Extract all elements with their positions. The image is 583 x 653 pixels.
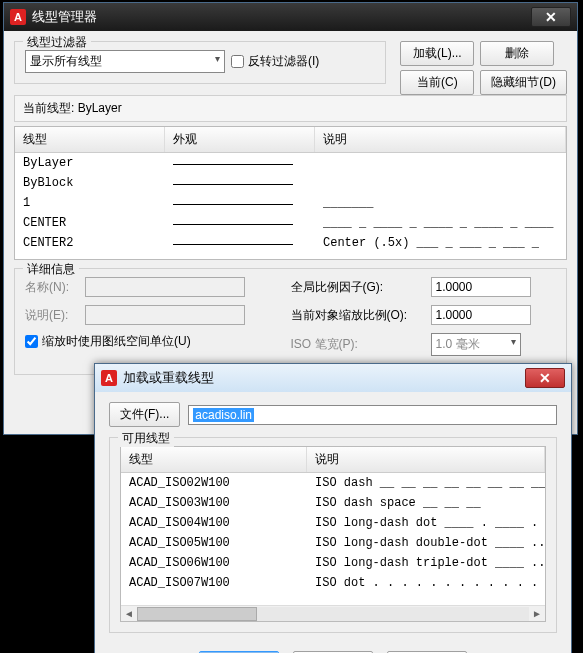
desc-label: 说明(E):	[25, 307, 85, 324]
close-icon[interactable]: ✕	[531, 7, 571, 27]
list-item[interactable]: ACAD_ISO03W100ISO dash space __ __ __	[121, 493, 545, 513]
load-button[interactable]: 加载(L)...	[400, 41, 474, 66]
iso-combo: 1.0 毫米	[431, 333, 521, 356]
col-header-name[interactable]: 线型	[15, 127, 165, 152]
avail-desc: ISO dash __ __ __ __ __ __ __ __	[307, 475, 545, 491]
filter-group: 线型过滤器 显示所有线型 反转过滤器(I)	[14, 41, 386, 84]
row-name: CENTER2	[15, 235, 165, 251]
table-row[interactable]: CENTER____ _ ____ _ ____ _ ____ _ ____	[15, 213, 566, 233]
close-icon[interactable]: ✕	[525, 368, 565, 388]
current-label: 当前线型:	[23, 101, 74, 115]
main-title: 线型管理器	[32, 8, 531, 26]
object-scale-input[interactable]	[431, 305, 531, 325]
table-row[interactable]: 1_______	[15, 193, 566, 213]
list-item[interactable]: ACAD_ISO04W100ISO long-dash dot ____ . _…	[121, 513, 545, 533]
invert-filter-checkbox[interactable]: 反转过滤器(I)	[231, 53, 319, 70]
available-title: 可用线型	[118, 430, 174, 447]
table-row[interactable]: CENTER2Center (.5x) ___ _ ___ _ ___ _	[15, 233, 566, 253]
row-desc: ____ _ ____ _ ____ _ ____ _ ____	[315, 215, 566, 231]
file-value: acadiso.lin	[193, 408, 254, 422]
col-header-desc[interactable]: 说明	[315, 127, 566, 152]
row-appearance	[165, 175, 315, 191]
row-appearance	[165, 215, 315, 231]
avail-name: ACAD_ISO06W100	[121, 555, 307, 571]
row-desc: _______	[315, 195, 566, 211]
grid-body[interactable]: ByLayerByBlock1_______CENTER____ _ ____ …	[15, 153, 566, 259]
load-title: 加载或重载线型	[123, 369, 525, 387]
linetype-grid: 线型 外观 说明 ByLayerByBlock1_______CENTER___…	[14, 126, 567, 260]
row-desc	[315, 175, 566, 191]
details-group: 详细信息 名称(N): 说明(E): 缩放时使用图纸空间单位(U)	[14, 268, 567, 375]
name-input	[85, 277, 245, 297]
paperspace-input[interactable]	[25, 335, 38, 348]
filter-combo[interactable]: 显示所有线型	[25, 50, 225, 73]
scroll-thumb[interactable]	[137, 607, 257, 621]
row-desc	[315, 155, 566, 171]
row-name: ByLayer	[15, 155, 165, 171]
avail-name: ACAD_ISO04W100	[121, 515, 307, 531]
grid-header: 线型 外观 说明	[15, 127, 566, 153]
object-scale-label: 当前对象缩放比例(O):	[291, 307, 431, 324]
horizontal-scrollbar[interactable]: ◄ ►	[121, 605, 545, 621]
list-item[interactable]: ACAD_ISO05W100ISO long-dash double-dot _…	[121, 533, 545, 553]
list-item[interactable]: ACAD_ISO02W100ISO dash __ __ __ __ __ __…	[121, 473, 545, 493]
avail-desc: ISO long-dash double-dot ____ ..	[307, 535, 545, 551]
load-footer: 确定 取消 帮助(H)	[109, 639, 557, 653]
invert-filter-input[interactable]	[231, 55, 244, 68]
avail-name: ACAD_ISO02W100	[121, 475, 307, 491]
list-item[interactable]: ACAD_ISO07W100ISO dot . . . . . . . . . …	[121, 573, 545, 593]
file-input[interactable]: acadiso.lin	[188, 405, 557, 425]
invert-filter-label: 反转过滤器(I)	[248, 53, 319, 70]
avail-name: ACAD_ISO05W100	[121, 535, 307, 551]
global-scale-input[interactable]	[431, 277, 531, 297]
available-body[interactable]: ACAD_ISO02W100ISO dash __ __ __ __ __ __…	[121, 473, 545, 605]
load-linetype-dialog: A 加载或重载线型 ✕ 文件(F)... acadiso.lin 可用线型 线型…	[94, 363, 572, 653]
row-name: 1	[15, 195, 165, 211]
table-row[interactable]: ByLayer	[15, 153, 566, 173]
row-name: ByBlock	[15, 175, 165, 191]
avail-name: ACAD_ISO03W100	[121, 495, 307, 511]
row-name: CENTER	[15, 215, 165, 231]
app-icon: A	[101, 370, 117, 386]
acol-header-name[interactable]: 线型	[121, 447, 307, 472]
avail-desc: ISO long-dash dot ____ . ____ .	[307, 515, 545, 531]
current-value: ByLayer	[78, 101, 122, 115]
current-button[interactable]: 当前(C)	[400, 70, 474, 95]
row-appearance	[165, 195, 315, 211]
table-row[interactable]: ByBlock	[15, 173, 566, 193]
row-desc: Center (.5x) ___ _ ___ _ ___ _	[315, 235, 566, 251]
avail-desc: ISO dash space __ __ __	[307, 495, 545, 511]
app-icon: A	[10, 9, 26, 25]
file-button[interactable]: 文件(F)...	[109, 402, 180, 427]
hide-details-button[interactable]: 隐藏细节(D)	[480, 70, 567, 95]
details-title: 详细信息	[23, 261, 79, 278]
row-appearance	[165, 155, 315, 171]
current-linetype-bar: 当前线型: ByLayer	[14, 95, 567, 122]
available-group: 可用线型 线型 说明 ACAD_ISO02W100ISO dash __ __ …	[109, 437, 557, 633]
main-titlebar[interactable]: A 线型管理器 ✕	[4, 3, 577, 31]
avail-name: ACAD_ISO07W100	[121, 575, 307, 591]
desc-input	[85, 305, 245, 325]
scroll-left-icon[interactable]: ◄	[121, 608, 137, 619]
avail-desc: ISO long-dash triple-dot ____ ...	[307, 555, 545, 571]
paperspace-label: 缩放时使用图纸空间单位(U)	[42, 333, 191, 350]
paperspace-checkbox[interactable]: 缩放时使用图纸空间单位(U)	[25, 333, 291, 350]
list-item[interactable]: ACAD_ISO06W100ISO long-dash triple-dot _…	[121, 553, 545, 573]
acol-header-desc[interactable]: 说明	[307, 447, 545, 472]
scroll-right-icon[interactable]: ►	[529, 608, 545, 619]
col-header-appearance[interactable]: 外观	[165, 127, 315, 152]
load-titlebar[interactable]: A 加载或重载线型 ✕	[95, 364, 571, 392]
name-label: 名称(N):	[25, 279, 85, 296]
iso-label: ISO 笔宽(P):	[291, 336, 431, 353]
filter-title: 线型过滤器	[23, 34, 91, 51]
delete-button[interactable]: 删除	[480, 41, 554, 66]
available-grid: 线型 说明 ACAD_ISO02W100ISO dash __ __ __ __…	[120, 446, 546, 622]
row-appearance	[165, 235, 315, 251]
avail-desc: ISO dot . . . . . . . . . . . .	[307, 575, 545, 591]
global-scale-label: 全局比例因子(G):	[291, 279, 431, 296]
